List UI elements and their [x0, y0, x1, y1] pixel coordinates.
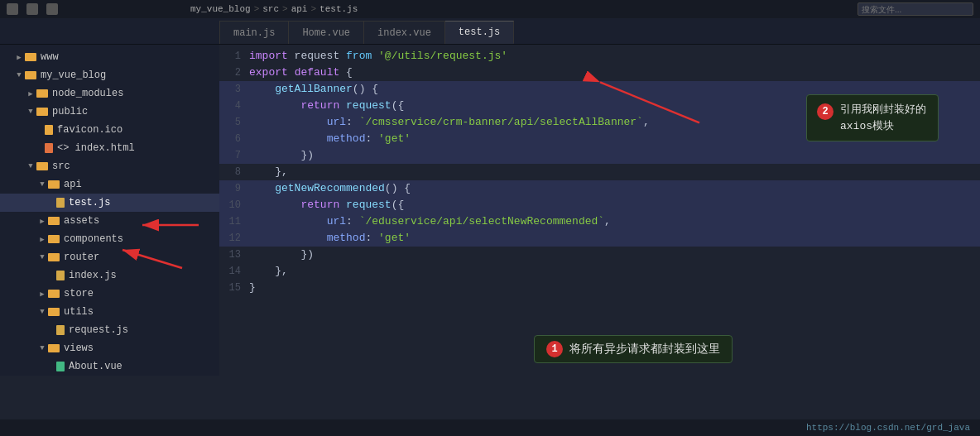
sidebar-item-about-vue[interactable]: About.vue	[0, 357, 219, 376]
sidebar-item-store[interactable]: ▶ store	[0, 285, 219, 303]
tab-test-js[interactable]: test.js	[445, 21, 514, 44]
sidebar-item-public[interactable]: ▼ public	[0, 103, 219, 121]
sidebar-item-index-html[interactable]: <> index.html	[0, 139, 219, 157]
sidebar-item-router-index[interactable]: index.js	[0, 266, 219, 285]
arrow-src: ▼	[25, 162, 36, 170]
line-num-15: 15	[219, 280, 249, 296]
file-icon-about-vue	[56, 362, 65, 371]
sidebar-label-store: store	[64, 288, 94, 299]
tab-home-vue-label: Home.vue	[302, 27, 350, 39]
code-editor: 1 import request from '@/utils/request.j…	[219, 45, 980, 419]
arrow-www: ▶	[13, 53, 25, 62]
annotation-1-text: 将所有异步请求都封装到这里	[569, 342, 720, 357]
sidebar-label-index-html: <> index.html	[57, 142, 135, 154]
line-content-14: },	[249, 263, 980, 280]
window-icon-2	[26, 3, 38, 15]
file-icon-request-js	[56, 325, 65, 335]
folder-icon-router	[48, 253, 60, 261]
sidebar-item-assets[interactable]: ▶ assets	[0, 212, 219, 230]
sidebar-label-router: router	[64, 252, 99, 263]
sidebar-label-api: api	[64, 179, 82, 190]
top-bar-icons	[7, 3, 58, 15]
annotation-1-badge: 1	[546, 341, 563, 357]
arrow-store: ▶	[36, 290, 48, 299]
sidebar-item-my-vue-blog[interactable]: ▼ my_vue_blog	[0, 66, 219, 84]
arrow-api: ▼	[36, 180, 48, 189]
code-line-14: 14 },	[219, 263, 980, 280]
code-line-1: 1 import request from '@/utils/request.j…	[219, 48, 980, 65]
folder-icon-my-vue-blog	[25, 71, 36, 79]
arrow-views: ▼	[36, 344, 48, 352]
breadcrumb: my_vue_blog > src > api > test.js	[190, 4, 358, 14]
sidebar-item-node-modules[interactable]: ▶ node_modules	[0, 84, 219, 103]
sidebar-label-src: src	[52, 161, 70, 172]
sidebar-item-api[interactable]: ▼ api	[0, 175, 219, 194]
code-line-8: 8 },	[219, 164, 980, 180]
tab-test-js-label: test.js	[459, 26, 500, 38]
line-content-15: }	[249, 280, 980, 296]
folder-icon-views	[48, 344, 60, 352]
code-line-11: 11 url: `/eduservice/api/selectNewRecomm…	[219, 213, 980, 230]
tab-index-vue-label: index.vue	[377, 27, 431, 39]
line-content-8: },	[249, 164, 980, 180]
code-area[interactable]: 1 import request from '@/utils/request.j…	[219, 45, 980, 419]
breadcrumb-sep-2: >	[282, 4, 288, 14]
folder-icon-api	[48, 180, 60, 189]
file-icon-index-html	[45, 143, 53, 153]
sidebar-label-test-js: test.js	[69, 197, 110, 208]
sidebar-item-www[interactable]: ▶ www	[0, 48, 219, 66]
arrow-public: ▼	[25, 108, 36, 116]
folder-icon-node-modules	[36, 89, 48, 98]
breadcrumb-part-3: api	[291, 4, 308, 14]
folder-icon-utils	[48, 308, 60, 316]
sidebar-item-views[interactable]: ▼ views	[0, 339, 219, 357]
file-icon-favicon	[45, 125, 53, 135]
sidebar-label-www: www	[41, 51, 59, 63]
sidebar-item-utils[interactable]: ▼ utils	[0, 303, 219, 321]
code-line-7: 7 })	[219, 147, 980, 164]
sidebar-label-router-index: index.js	[69, 270, 117, 281]
arrow-utils: ▼	[36, 308, 48, 316]
file-icon-router-index	[56, 271, 65, 280]
breadcrumb-sep-1: >	[254, 4, 260, 14]
tab-main-js-label: main.js	[233, 27, 275, 39]
line-num-8: 8	[219, 164, 249, 180]
sidebar-label-my-vue-blog: my_vue_blog	[41, 69, 106, 81]
tab-index-vue[interactable]: index.vue	[364, 21, 445, 44]
top-bar: my_vue_blog > src > api > test.js	[0, 0, 980, 18]
sidebar-label-utils: utils	[64, 306, 94, 318]
sidebar-label-views: views	[64, 343, 94, 354]
bottom-bar: https://blog.csdn.net/grd_java	[0, 419, 980, 436]
sidebar-label-request-js: request.js	[69, 324, 128, 336]
arrow-assets: ▶	[36, 217, 48, 226]
line-content-13: })	[249, 247, 980, 263]
line-num-13: 13	[219, 247, 249, 263]
tab-home-vue[interactable]: Home.vue	[289, 21, 364, 44]
annotation-2-badge: 2	[817, 103, 833, 120]
sidebar-label-favicon: favicon.ico	[57, 124, 122, 136]
sidebar-item-favicon[interactable]: favicon.ico	[0, 121, 219, 139]
folder-icon-assets	[48, 217, 60, 225]
breadcrumb-part-1: my_vue_blog	[190, 4, 251, 14]
sidebar-item-request-js[interactable]: request.js	[0, 321, 219, 339]
sidebar-label-about-vue: About.vue	[69, 361, 122, 372]
arrow-router: ▼	[36, 253, 48, 261]
line-num-10: 10	[219, 197, 249, 213]
breadcrumb-part-4: test.js	[319, 4, 358, 14]
code-lines: 1 import request from '@/utils/request.j…	[219, 45, 980, 299]
annotation-2: 2 引用我刚封装好的axios模块	[806, 94, 939, 141]
line-num-6: 6	[219, 131, 249, 147]
sidebar-item-components[interactable]: ▶ components	[0, 230, 219, 248]
line-num-11: 11	[219, 213, 249, 230]
annotation-1: 1 将所有异步请求都封装到这里	[534, 335, 733, 363]
line-num-9: 9	[219, 180, 249, 197]
line-num-12: 12	[219, 230, 249, 247]
search-input[interactable]	[858, 2, 973, 16]
sidebar-item-test-js[interactable]: test.js	[0, 194, 219, 212]
sidebar-item-router[interactable]: ▼ router	[0, 248, 219, 266]
line-num-4: 4	[219, 98, 249, 114]
annotation-2-text: 引用我刚封装好的axios模块	[840, 102, 928, 134]
folder-icon-public	[36, 108, 48, 116]
tab-main-js[interactable]: main.js	[219, 21, 289, 44]
sidebar-item-src[interactable]: ▼ src	[0, 157, 219, 175]
